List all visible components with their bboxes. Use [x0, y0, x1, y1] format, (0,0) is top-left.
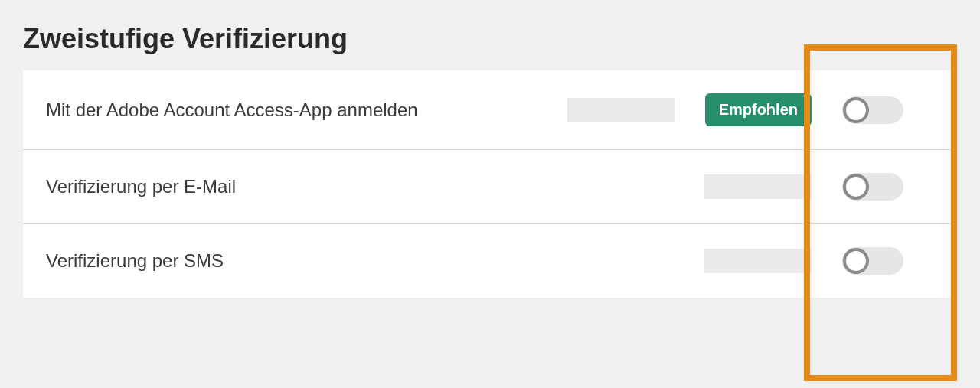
toggle-knob-icon	[843, 248, 869, 274]
placeholder-block	[704, 249, 812, 273]
two-step-verification-section: Zweistufige Verifizierung Mit der Adobe …	[0, 0, 980, 298]
toggle-knob-icon	[843, 174, 869, 200]
verification-options-list: Mit der Adobe Account Access-App anmelde…	[23, 70, 957, 298]
toggle-sms[interactable]	[842, 247, 903, 275]
option-row-app: Mit der Adobe Account Access-App anmelde…	[23, 70, 957, 150]
section-title: Zweistufige Verifizierung	[23, 23, 957, 55]
option-row-email: Verifizierung per E-Mail	[23, 150, 957, 224]
option-row-sms: Verifizierung per SMS	[23, 224, 957, 298]
option-label: Mit der Adobe Account Access-App anmelde…	[46, 99, 490, 121]
toggle-email[interactable]	[842, 173, 903, 201]
toggle-app[interactable]	[842, 96, 903, 124]
option-label: Verifizierung per SMS	[46, 250, 490, 272]
placeholder-block	[567, 98, 675, 122]
toggle-knob-icon	[843, 97, 869, 123]
recommended-badge: Empfohlen	[705, 93, 812, 126]
option-label: Verifizierung per E-Mail	[46, 176, 490, 197]
placeholder-block	[704, 174, 812, 199]
